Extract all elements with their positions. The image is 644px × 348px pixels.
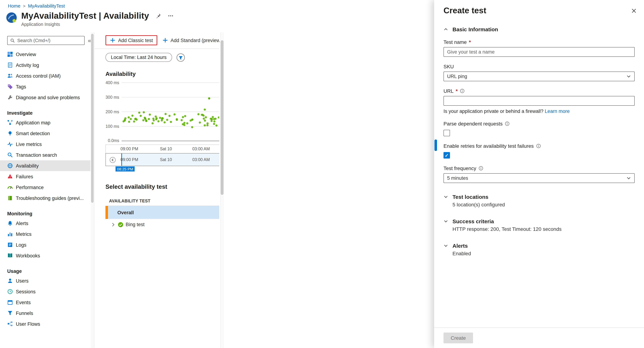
sidebar-item-logs[interactable]: Logs xyxy=(0,239,90,250)
learn-more-link[interactable]: Learn more xyxy=(545,109,570,114)
sidebar-item-access-control-iam[interactable]: Access control (IAM) xyxy=(0,70,90,81)
add-icon xyxy=(110,37,116,43)
url-label: URL* xyxy=(444,88,635,94)
filter-icon[interactable] xyxy=(176,53,185,62)
sidebar-item-availability[interactable]: Availability xyxy=(0,160,90,171)
test-locations-section[interactable]: Test locations xyxy=(444,194,635,200)
sidebar-item-failures[interactable]: Failures xyxy=(0,171,90,182)
success-criteria-section[interactable]: Success criteria xyxy=(444,218,635,224)
brush-start-label: 08:25 PM xyxy=(116,167,135,172)
smart-detection-icon xyxy=(7,131,13,136)
availability-test-table: AVAILABILITY TEST20 MINAVAILABILITYDURAT… xyxy=(106,196,219,230)
sidebar-item-application-map[interactable]: Application map xyxy=(0,117,90,128)
info-icon[interactable] xyxy=(536,144,541,149)
test-name-field[interactable] xyxy=(444,47,635,57)
sidebar-item-activity-log[interactable]: Activity log xyxy=(0,60,90,70)
time-brush[interactable]: 09:00 PMSat 1003:00 AM06:00 AM09:00 AM12… xyxy=(106,153,219,166)
overview-icon xyxy=(7,51,13,57)
create-button[interactable]: Create xyxy=(444,333,473,343)
time-range-filter[interactable]: Local Time: Last 24 hours xyxy=(106,53,172,62)
sidebar-item-overview[interactable]: Overview xyxy=(0,49,90,60)
main-scrollbar-thumb[interactable] xyxy=(221,40,224,195)
toolbar-button-label: Add Standard (preview) test xyxy=(171,37,219,43)
sidebar-item-alerts[interactable]: Alerts xyxy=(0,218,90,229)
url-field[interactable] xyxy=(444,96,635,106)
breadcrumb: Home > MyAvailabilityTest xyxy=(0,0,434,9)
sidebar-item-performance[interactable]: Performance xyxy=(0,182,90,193)
chevron-down-icon xyxy=(444,194,448,199)
sidebar-item-sessions[interactable]: Sessions xyxy=(0,286,90,297)
alerts-summary: Enabled xyxy=(452,251,635,256)
chevron-right-icon[interactable] xyxy=(110,222,116,227)
chart-x-axis: 09:00 PMSat 1003:00 AM06:00 AM09:00 AM12… xyxy=(106,145,219,154)
panel-title: Create test xyxy=(444,6,486,15)
sidebar-item-label: Sessions xyxy=(16,289,36,294)
sidebar-search[interactable] xyxy=(7,36,84,45)
application-insights-icon xyxy=(6,11,18,24)
toolbar: Add Classic testAdd Standard (preview) t… xyxy=(95,32,219,49)
sidebar-item-label: Application map xyxy=(16,120,50,125)
sidebar-item-funnels[interactable]: Funnels xyxy=(0,308,90,319)
sidebar-item-label: Alerts xyxy=(16,220,28,226)
breadcrumb-home-link[interactable]: Home xyxy=(8,3,20,9)
sidebar-item-diagnose-and-solve-problems[interactable]: Diagnose and solve problems xyxy=(0,92,90,103)
main-scrollbar[interactable] xyxy=(220,32,224,348)
add-standard-preview-test-button[interactable]: Add Standard (preview) test xyxy=(158,35,219,45)
close-icon[interactable] xyxy=(631,8,637,14)
sidebar-item-events[interactable]: Events xyxy=(0,297,90,308)
test-locations-summary: 5 location(s) configured xyxy=(452,202,635,207)
svg-text:300 ms: 300 ms xyxy=(106,95,119,100)
column-header-availability-test[interactable]: AVAILABILITY TEST xyxy=(106,196,219,206)
sidebar-item-smart-detection[interactable]: Smart detection xyxy=(0,128,90,139)
alerts-section[interactable]: Alerts xyxy=(444,243,635,249)
more-icon[interactable] xyxy=(168,13,174,19)
enable-retries-checkbox[interactable] xyxy=(444,152,450,159)
sidebar-item-label: Failures xyxy=(16,174,33,179)
test-name-label: Test name* xyxy=(444,39,635,45)
table-header: AVAILABILITY TEST20 MINAVAILABILITYDURAT… xyxy=(106,196,219,206)
sidebar-item-live-metrics[interactable]: Live metrics xyxy=(0,139,90,150)
logs-icon xyxy=(7,242,13,248)
pin-icon[interactable] xyxy=(156,13,161,19)
test-frequency-label: Test frequency xyxy=(444,165,635,171)
sidebar-item-users[interactable]: Users xyxy=(0,275,90,286)
page-title: MyAvailabilityTest | Availability xyxy=(21,11,149,21)
brush-reset-icon[interactable] xyxy=(110,157,116,163)
basic-information-section[interactable]: Basic Information xyxy=(444,26,635,32)
sidebar-item-label: Metrics xyxy=(16,231,32,237)
sidebar-item-user-flows[interactable]: User Flows xyxy=(0,319,90,329)
sidebar-item-label: Logs xyxy=(16,242,26,247)
panel-footer: Create xyxy=(434,328,644,348)
sidebar-search-input[interactable] xyxy=(17,38,82,43)
sidebar-item-troubleshooting-guides-previ[interactable]: Troubleshooting guides (previ... xyxy=(0,193,90,203)
add-classic-test-button[interactable]: Add Classic test xyxy=(106,35,157,45)
sidebar-item-transaction-search[interactable]: Transaction search xyxy=(0,150,90,160)
brush-labels: 08:25 PM 08:25 PM xyxy=(106,166,219,173)
info-icon[interactable] xyxy=(478,166,484,171)
svg-text:200 ms: 200 ms xyxy=(106,110,119,114)
test-frequency-select[interactable]: 5 minutes xyxy=(444,173,635,183)
breadcrumb-resource-link[interactable]: MyAvailabilityTest xyxy=(28,3,65,9)
sidebar-item-metrics[interactable]: Metrics xyxy=(0,229,90,239)
sidebar-item-label: Workbooks xyxy=(16,253,40,258)
table-row-overall[interactable]: Overall100.00%100.00%156 ms xyxy=(106,206,219,219)
parse-dependent-checkbox[interactable] xyxy=(444,130,450,136)
sidebar-nav: OverviewActivity logAccess control (IAM)… xyxy=(0,49,90,348)
sidebar-scrollbar-thumb[interactable] xyxy=(91,34,94,203)
info-icon[interactable] xyxy=(460,88,465,93)
x-tick-label: 03:00 AM xyxy=(192,147,210,151)
chevron-up-icon xyxy=(444,27,448,32)
user-flows-icon xyxy=(7,321,13,327)
table-row-bing-test[interactable]: Bing test100.00%100.00%156 ms xyxy=(106,219,219,230)
sidebar-item-tags[interactable]: Tags xyxy=(0,81,90,92)
sidebar-item-workbooks[interactable]: Workbooks xyxy=(0,250,90,261)
availability-icon xyxy=(7,163,13,169)
panel-scrollbar-thumb[interactable] xyxy=(434,140,437,151)
troubleshooting-guides-icon xyxy=(7,195,13,201)
sidebar-scrollbar[interactable] xyxy=(91,32,94,348)
info-icon[interactable] xyxy=(505,121,510,126)
sku-select[interactable]: URL ping xyxy=(444,72,635,81)
sidebar-item-label: Diagnose and solve problems xyxy=(16,95,80,100)
chart-title: Availability xyxy=(106,71,136,77)
sidebar-item-label: Availability xyxy=(16,163,39,169)
